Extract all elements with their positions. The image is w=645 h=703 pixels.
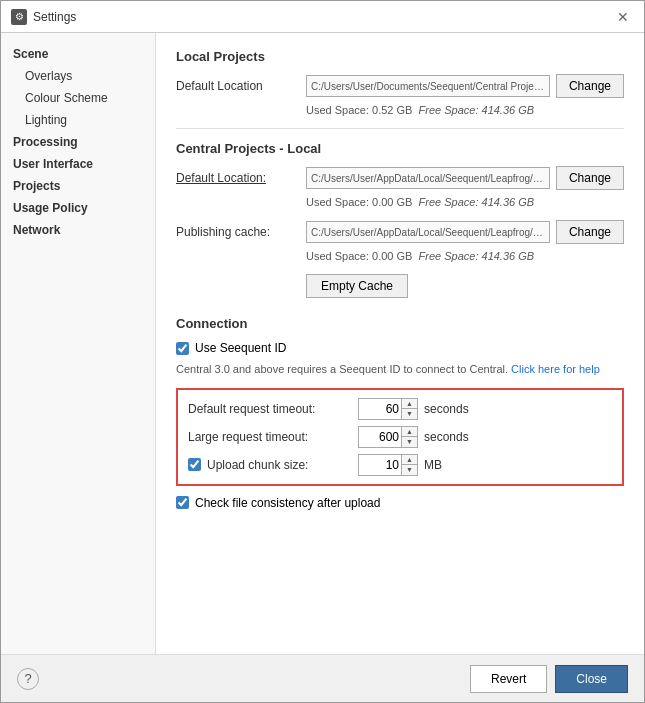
timeout-box: Default request timeout: ▲ ▼ seconds Lar…: [176, 388, 624, 486]
default-request-unit: seconds: [424, 402, 469, 416]
click-here-link[interactable]: Click here for help: [511, 363, 600, 375]
check-consistency-label: Check file consistency after upload: [195, 496, 380, 510]
divider-1: [176, 128, 624, 129]
default-request-down[interactable]: ▼: [402, 409, 417, 419]
upload-chunk-input[interactable]: [359, 455, 401, 475]
sidebar-item-network[interactable]: Network: [1, 219, 155, 241]
close-button[interactable]: Close: [555, 665, 628, 693]
default-request-arrows: ▲ ▼: [401, 399, 417, 419]
central-change-button[interactable]: Change: [556, 166, 624, 190]
upload-chunk-checkbox[interactable]: [188, 458, 201, 471]
connection-info-text: Central 3.0 and above requires a Seequen…: [176, 361, 624, 378]
central-projects-title: Central Projects - Local: [176, 141, 624, 156]
bottom-buttons: Revert Close: [470, 665, 628, 693]
main-panel: Local Projects Default Location Change U…: [156, 33, 644, 654]
sidebar-item-lighting[interactable]: Lighting: [1, 109, 155, 131]
local-location-label: Default Location: [176, 79, 306, 93]
default-request-up[interactable]: ▲: [402, 399, 417, 410]
upload-chunk-label: Upload chunk size:: [207, 458, 308, 472]
default-request-input[interactable]: [359, 399, 401, 419]
sidebar: Scene Overlays Colour Scheme Lighting Pr…: [1, 33, 156, 654]
default-request-label: Default request timeout:: [188, 402, 358, 416]
settings-dialog: ⚙ Settings ✕ Scene Overlays Colour Schem…: [0, 0, 645, 703]
empty-cache-button[interactable]: Empty Cache: [306, 274, 408, 298]
publishing-cache-input[interactable]: [306, 221, 550, 243]
upload-chunk-arrows: ▲ ▼: [401, 455, 417, 475]
revert-button[interactable]: Revert: [470, 665, 547, 693]
local-default-location-row: Default Location Change: [176, 74, 624, 98]
upload-chunk-spinbox[interactable]: ▲ ▼: [358, 454, 418, 476]
large-request-spinbox[interactable]: ▲ ▼: [358, 426, 418, 448]
publishing-cache-row: Publishing cache: Change: [176, 220, 624, 244]
central-space-info: Used Space: 0.00 GB Free Space: 414.36 G…: [306, 196, 624, 208]
check-consistency-row: Check file consistency after upload: [176, 496, 624, 510]
default-request-spinbox[interactable]: ▲ ▼: [358, 398, 418, 420]
central-location-label: Default Location:: [176, 171, 306, 185]
sidebar-item-projects[interactable]: Projects: [1, 175, 155, 197]
sidebar-item-usage-policy[interactable]: Usage Policy: [1, 197, 155, 219]
large-request-up[interactable]: ▲: [402, 427, 417, 438]
publishing-space-info: Used Space: 0.00 GB Free Space: 414.36 G…: [306, 250, 624, 262]
close-icon[interactable]: ✕: [612, 8, 634, 26]
large-request-unit: seconds: [424, 430, 469, 444]
large-request-arrows: ▲ ▼: [401, 427, 417, 447]
local-location-input[interactable]: [306, 75, 550, 97]
dialog-title: Settings: [33, 10, 612, 24]
large-request-label: Large request timeout:: [188, 430, 358, 444]
bottom-bar: ? Revert Close: [1, 654, 644, 702]
large-request-input[interactable]: [359, 427, 401, 447]
central-default-location-row: Default Location: Change: [176, 166, 624, 190]
check-consistency-checkbox[interactable]: [176, 496, 189, 509]
use-seequent-id-checkbox[interactable]: [176, 342, 189, 355]
default-request-row: Default request timeout: ▲ ▼ seconds: [188, 398, 612, 420]
local-space-info: Used Space: 0.52 GB Free Space: 414.36 G…: [306, 104, 624, 116]
use-seequent-id-row: Use Seequent ID: [176, 341, 624, 355]
upload-chunk-row: Upload chunk size: ▲ ▼ MB: [188, 454, 612, 476]
help-icon[interactable]: ?: [17, 668, 39, 690]
publishing-change-button[interactable]: Change: [556, 220, 624, 244]
sidebar-item-user-interface[interactable]: User Interface: [1, 153, 155, 175]
large-request-down[interactable]: ▼: [402, 437, 417, 447]
upload-chunk-down[interactable]: ▼: [402, 465, 417, 475]
connection-section: Connection Use Seequent ID Central 3.0 a…: [176, 316, 624, 510]
sidebar-item-scene[interactable]: Scene: [1, 43, 155, 65]
publishing-cache-label: Publishing cache:: [176, 225, 306, 239]
large-request-row: Large request timeout: ▲ ▼ seconds: [188, 426, 612, 448]
local-projects-title: Local Projects: [176, 49, 624, 64]
local-change-button[interactable]: Change: [556, 74, 624, 98]
title-bar: ⚙ Settings ✕: [1, 1, 644, 33]
central-location-input[interactable]: [306, 167, 550, 189]
sidebar-item-overlays[interactable]: Overlays: [1, 65, 155, 87]
use-seequent-id-label: Use Seequent ID: [195, 341, 286, 355]
upload-chunk-unit: MB: [424, 458, 442, 472]
settings-icon: ⚙: [11, 9, 27, 25]
upload-chunk-up[interactable]: ▲: [402, 455, 417, 466]
connection-title: Connection: [176, 316, 624, 331]
content-area: Scene Overlays Colour Scheme Lighting Pr…: [1, 33, 644, 654]
sidebar-item-colour-scheme[interactable]: Colour Scheme: [1, 87, 155, 109]
sidebar-item-processing[interactable]: Processing: [1, 131, 155, 153]
